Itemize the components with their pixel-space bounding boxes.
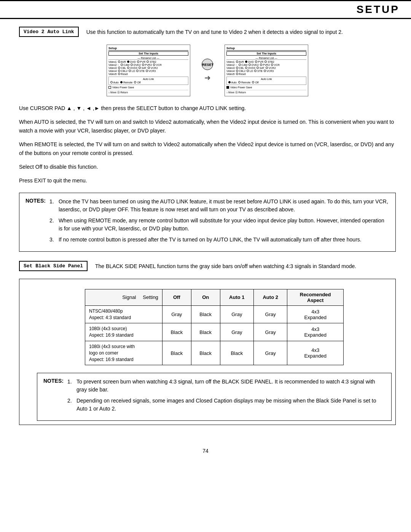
row3-auto1: Black [220,341,253,365]
row3-off: Black [162,341,191,365]
table-header-recommended: RecomendedAspect [287,289,344,305]
screen-right-footer: ↕ Move ⓢ Return [226,90,306,94]
row1-auto1: Gray [220,305,253,323]
screen-left-subtitle: Set The Inputs [108,51,188,56]
notes-list-2: 1. To prevent screen burn when watching … [67,378,385,416]
notes-box-1: NOTES: 1. Once the TV has been turned on… [19,193,396,252]
screen-left-row3: Video3 CBL DVD3 SAT VCR2 [108,67,188,69]
arrow-reset-area: RESET ➜ [202,59,213,82]
notes-list-1: 1. Once the TV has been turned on using … [49,198,389,247]
note-1-item3: 3. If no remote control button is presse… [49,236,389,244]
row3-auto2: Gray [254,341,287,365]
body-para2: When AUTO is selected, the TV will turn … [19,118,396,135]
page-header: SETUP [0,0,411,19]
screen-right-power: Video Power Save [226,86,306,89]
notes-label-1: NOTES: [25,198,46,247]
screen-right-row5: Video5 Reset [226,73,306,75]
signal-1: NTSC/480i/480pAspect: 4:3 standard [85,305,162,323]
note-1-item2: 2. When using REMOTE mode, any remote co… [49,217,389,233]
screen-left-autolink: Auto Link Auto Remote Off [108,77,188,85]
video2-autolink-label: Video 2 Auto Link [19,27,79,37]
body-para5: Press EXIT to quit the menu. [19,176,396,185]
row3-on: Black [191,341,220,365]
screen-right-autolink: Auto Link Auto Remote Off [226,77,306,85]
main-content: Video 2 Auto Link Use this function to a… [0,27,411,440]
reset-button-icon: RESET [202,59,213,70]
screen-left-title: Setup [108,46,188,51]
screen-left-footer: ↕ Move ⓢ Return [108,90,188,94]
row2-auto1: Gray [220,323,253,341]
row2-on: Black [191,323,220,341]
body-para3: When REMOTE is selected, the TV will tur… [19,140,396,157]
table-header-auto1: Auto 1 [220,289,253,305]
bsp-label: Set Black Side Panel [19,261,88,271]
black-side-panel-section: Set Black Side Panel The BLACK SIDE PANE… [19,261,396,271]
screen-left-row1: Video1 AVR DVD PVR STB2 [108,61,188,63]
table-header-signal: Signal Setting [85,289,162,305]
body-para1: Use CURSOR PAD ▲ , ▼ , ◄ ,► then press t… [19,104,396,112]
video2-autolink-desc: Use this function to automatically turn … [86,27,343,36]
row1-recommended: 4x3Expanded [287,305,344,323]
screens-container: Setup Set The Inputs — Rename List — Vid… [19,45,396,96]
screen-left-row4: Video4 CBL2 LD STB VCR3 [108,70,188,72]
table-header-off: Off [162,289,191,305]
page-title: SETUP [357,3,400,15]
screen-left-power: Video Power Save [108,86,188,89]
screen-right-row1: Video1 AVR DVD PVR STB2 [226,61,306,63]
video2-autolink-section: Video 2 Auto Link Use this function to a… [19,27,396,37]
table-header-auto2: Auto 2 [254,289,287,305]
row1-off: Gray [162,305,191,323]
signal-2: 1080i (4x3 source)Aspect: 16:9 standard [85,323,162,341]
screen-right-subtitle: Set The Inputs [226,51,306,56]
right-arrow-icon: ➜ [204,73,211,82]
notes-inner-2: NOTES: 1. To prevent screen burn when wa… [43,378,385,416]
screen-right-row2: Video2→ CAM DVD2 PVR2 VCR [226,64,306,66]
note-2-item1: 1. To prevent screen burn when watching … [67,378,385,394]
notes-label-2: NOTES: [43,378,64,416]
signal-3: 1080i (4x3 source withlogo on cornerAspe… [85,341,162,365]
screen-right-row4: Video4 CBL2 LD STB VCR3 [226,70,306,72]
bsp-desc: The BLACK SIDE PANEL function turns the … [95,261,356,270]
note-1-item1: 1. Once the TV has been turned on using … [49,198,389,214]
screen-right: Setup Set The Inputs — Rename List — Vid… [225,45,308,96]
screen-right-title: Setup [226,46,306,51]
table-header-on: On [191,289,220,305]
row3-recommended: 4x3Expanded [287,341,344,365]
screen-left: Setup Set The Inputs — Rename List — Vid… [107,45,190,96]
body-para4: Select Off to disable this function. [19,163,396,171]
row2-recommended: 4x3Expanded [287,323,344,341]
screen-left-rename: — Rename List — [108,57,188,60]
row1-auto2: Gray [254,305,287,323]
on-screen-display-wrapper: ON-SCREEN DISPLAY Signal Setting Off On … [19,279,396,425]
screen-left-row5: Video5 Reset [108,73,188,75]
page-number: 74 [0,448,411,454]
row2-off: Black [162,323,191,341]
table-row-1: NTSC/480i/480pAspect: 4:3 standard Gray … [85,305,344,323]
screen-left-row2: Video2→ CAM DVD2 PVR2 VCR [108,64,188,66]
notes-box-2: NOTES: 1. To prevent screen burn when wa… [37,373,392,421]
table-row-3: 1080i (4x3 source withlogo on cornerAspe… [85,341,344,365]
notes-inner-1: NOTES: 1. Once the TV has been turned on… [25,198,389,247]
screen-right-rename: — Rename List — [226,57,306,60]
bsp-header: Set Black Side Panel The BLACK SIDE PANE… [19,261,396,271]
screen-right-row3: Video3 CBL DVD3 SAT VCR2 [226,67,306,69]
note-2-item2: 2. Depending on received signals, some i… [67,397,385,413]
row1-on: Black [191,305,220,323]
on-screen-inner: Signal Setting Off On Auto 1 Auto 2 Reco… [19,279,395,425]
bsp-table: Signal Setting Off On Auto 1 Auto 2 Reco… [85,289,344,366]
row2-auto2: Gray [254,323,287,341]
table-row-2: 1080i (4x3 source)Aspect: 16:9 standard … [85,323,344,341]
